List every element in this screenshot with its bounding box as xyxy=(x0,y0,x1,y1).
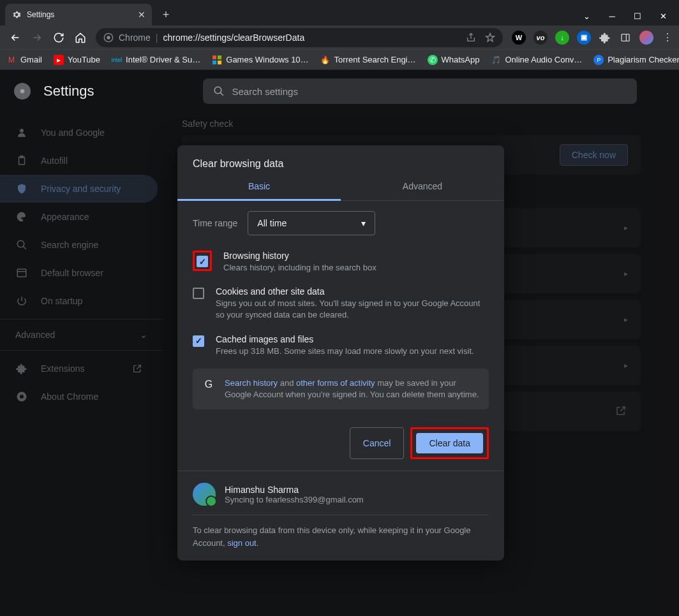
sidebar-item-about[interactable]: About Chrome xyxy=(0,383,158,411)
bookmark-item[interactable]: Games Windows 10… xyxy=(212,55,308,65)
chevron-down-icon: ⌄ xyxy=(140,330,147,340)
ext-icon-2[interactable]: vo xyxy=(534,31,548,45)
cancel-button[interactable]: Cancel xyxy=(350,427,405,459)
bookmarks-bar: MGmail ▸YouTube intelIntel® Driver & Su…… xyxy=(0,50,679,70)
checkbox[interactable] xyxy=(193,288,204,299)
chevron-down-icon[interactable]: ⌄ xyxy=(581,10,592,22)
open-external-icon xyxy=(615,405,628,418)
svg-line-11 xyxy=(220,92,223,96)
bookmark-item[interactable]: MGmail xyxy=(6,55,42,65)
chevron-right-icon: ▸ xyxy=(624,361,628,370)
profile-sync: Syncing to fearlesshs399@gmail.com xyxy=(225,495,364,504)
bookmark-item[interactable]: PPlagiarism Checker… xyxy=(593,55,679,65)
extensions-icon xyxy=(15,362,28,375)
option-browsing-history[interactable]: Browsing history Clears history, includi… xyxy=(193,244,489,280)
extensions-icon[interactable] xyxy=(599,31,611,44)
search-icon xyxy=(213,85,225,97)
settings-sidebar: You and Google Autofill Privacy and secu… xyxy=(0,70,163,616)
svg-point-15 xyxy=(17,240,24,247)
palette-icon xyxy=(15,210,28,223)
svg-point-1 xyxy=(107,36,110,39)
checkbox[interactable] xyxy=(193,335,204,347)
back-icon[interactable] xyxy=(9,31,22,44)
close-tab-icon[interactable]: ✕ xyxy=(138,10,146,20)
sidebar-item-default-browser[interactable]: Default browser xyxy=(0,259,158,287)
dropdown-arrow-icon: ▾ xyxy=(361,218,366,228)
bookmark-item[interactable]: intelIntel® Driver & Su… xyxy=(112,55,200,65)
sign-out-link[interactable]: sign out xyxy=(227,538,257,548)
minimize-icon[interactable]: ─ xyxy=(606,10,618,22)
search-settings-input[interactable]: Search settings xyxy=(203,78,637,104)
close-window-icon[interactable]: ✕ xyxy=(657,10,669,22)
svg-rect-2 xyxy=(622,34,629,41)
window-controls: ⌄ ─ ☐ ✕ xyxy=(581,10,679,26)
profile-avatar-icon[interactable] xyxy=(639,31,653,45)
svg-line-16 xyxy=(23,246,26,249)
browser-icon xyxy=(15,267,28,279)
bookmark-item[interactable]: ▸YouTube xyxy=(54,55,100,65)
browser-tab[interactable]: Settings ✕ xyxy=(5,4,152,26)
settings-icon xyxy=(11,10,22,20)
svg-rect-4 xyxy=(213,55,216,59)
chevron-right-icon: ▸ xyxy=(624,269,628,278)
sidebar-item-you-and-google[interactable]: You and Google xyxy=(0,119,158,147)
maximize-icon[interactable]: ☐ xyxy=(632,10,643,22)
profile-name: Himanshu Sharma xyxy=(225,485,364,495)
share-icon[interactable] xyxy=(466,33,476,43)
reload-icon[interactable] xyxy=(52,31,65,44)
extension-icons: W vo ↓ ▣ ⋮ xyxy=(508,31,674,45)
svg-rect-7 xyxy=(218,61,221,64)
search-placeholder: Search settings xyxy=(232,86,298,97)
omnibox[interactable]: Chrome | chrome://settings/clearBrowserD… xyxy=(96,28,503,47)
open-external-icon xyxy=(132,363,142,374)
url-path: chrome://settings/clearBrowserData xyxy=(163,33,304,43)
option-cached[interactable]: Cached images and files Frees up 318 MB.… xyxy=(193,328,489,363)
timerange-select[interactable]: All time ▾ xyxy=(248,211,375,235)
tab-title: Settings xyxy=(27,10,54,19)
avatar xyxy=(193,483,216,506)
sidebar-item-privacy[interactable]: Privacy and security xyxy=(0,175,158,203)
panel-icon[interactable] xyxy=(619,31,632,44)
menu-icon[interactable]: ⋮ xyxy=(661,31,674,44)
checkbox[interactable] xyxy=(197,256,208,267)
ext-icon-1[interactable]: W xyxy=(512,31,526,45)
sidebar-item-on-startup[interactable]: On startup xyxy=(0,287,158,315)
titlebar: Settings ✕ + ⌄ ─ ☐ ✕ xyxy=(0,0,679,26)
dialog-title: Clear browsing data xyxy=(177,145,504,172)
google-g-icon: G xyxy=(202,378,216,392)
home-icon[interactable] xyxy=(74,31,87,44)
chrome-icon xyxy=(15,390,28,403)
search-history-link[interactable]: Search history xyxy=(225,378,278,388)
clear-data-button[interactable]: Clear data xyxy=(416,433,483,453)
option-cookies[interactable]: Cookies and other site data Signs you ou… xyxy=(193,280,489,327)
person-icon xyxy=(15,126,28,139)
check-now-button[interactable]: Check now xyxy=(560,144,628,166)
bookmark-item[interactable]: ✆WhatsApp xyxy=(428,55,480,65)
section-label: Safety check xyxy=(182,119,641,129)
chevron-right-icon: ▸ xyxy=(624,315,628,324)
bookmark-item[interactable]: 🔥Torrent Search Engi… xyxy=(320,55,416,65)
ext-icon-3[interactable]: ↓ xyxy=(555,31,569,45)
toolbar: Chrome | chrome://settings/clearBrowserD… xyxy=(0,26,679,50)
ext-icon-4[interactable]: ▣ xyxy=(577,31,591,45)
clear-browsing-data-dialog: Clear browsing data Basic Advanced Time … xyxy=(177,145,504,561)
tab-advanced[interactable]: Advanced xyxy=(341,172,504,200)
new-tab-button[interactable]: + xyxy=(157,6,175,24)
chevron-right-icon: ▸ xyxy=(624,223,628,232)
sidebar-item-appearance[interactable]: Appearance xyxy=(0,203,158,231)
clipboard-icon xyxy=(15,154,28,167)
sidebar-item-extensions[interactable]: Extensions xyxy=(0,355,158,383)
bookmark-item[interactable]: 🎵Online Audio Conv… xyxy=(491,55,583,65)
svg-point-9 xyxy=(20,89,25,94)
chrome-logo-icon xyxy=(14,83,31,99)
signout-text: To clear browsing data from this device … xyxy=(193,524,489,549)
star-icon[interactable] xyxy=(485,33,495,43)
other-activity-link[interactable]: other forms of activity xyxy=(296,378,375,388)
tab-basic[interactable]: Basic xyxy=(177,172,341,200)
sidebar-item-search-engine[interactable]: Search engine xyxy=(0,231,158,259)
sidebar-advanced[interactable]: Advanced⌄ xyxy=(0,319,163,351)
sidebar-item-autofill[interactable]: Autofill xyxy=(0,147,158,175)
svg-point-12 xyxy=(20,129,24,133)
profile-row: Himanshu Sharma Syncing to fearlesshs399… xyxy=(193,483,489,506)
forward-icon[interactable] xyxy=(31,31,43,44)
